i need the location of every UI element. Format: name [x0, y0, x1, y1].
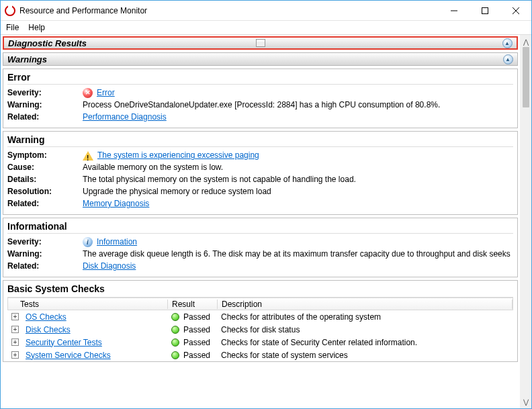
- close-button[interactable]: [500, 1, 531, 21]
- test-result: Passed: [183, 325, 210, 334]
- value-warning: The average disk queue length is 6. The …: [83, 248, 513, 260]
- panel-checks-title: Basic System Checks: [7, 283, 513, 294]
- report-body: Diagnostic Results ▲ Warnings ▲ Error Se…: [1, 35, 520, 408]
- section-warnings-label: Warnings: [7, 54, 47, 64]
- label-warning: Warning:: [7, 248, 83, 260]
- label-warning: Warning:: [7, 99, 83, 111]
- section-warnings[interactable]: Warnings ▲: [3, 52, 518, 66]
- test-desc: Checks for attributes of the operating s…: [217, 312, 513, 322]
- pass-icon: [171, 313, 179, 321]
- table-row[interactable]: +System Service Checks Passed Checks for…: [7, 349, 513, 361]
- col-result[interactable]: Result: [168, 300, 218, 309]
- label-details: Details:: [7, 174, 83, 185]
- menubar: File Help: [1, 21, 531, 34]
- table-row[interactable]: +Security Center Tests Passed Checks for…: [7, 336, 513, 349]
- test-desc: Checks for state of system services: [217, 351, 513, 360]
- error-icon: [83, 88, 93, 98]
- test-name[interactable]: Disk Checks: [26, 325, 71, 334]
- related-link[interactable]: Memory Diagnosis: [83, 198, 149, 210]
- label-related: Related:: [7, 198, 83, 210]
- panel-error-title: Error: [7, 72, 513, 83]
- expand-icon[interactable]: +: [11, 351, 19, 359]
- scroll-up-icon[interactable]: ⋀: [520, 36, 531, 47]
- panel-error: Error Severity: Error Warning: Process O…: [3, 69, 518, 128]
- table-row[interactable]: +OS Checks Passed Checks for attributes …: [7, 310, 513, 323]
- checks-table: Tests Result Description +OS Checks Pass…: [7, 297, 513, 361]
- scroll-down-icon[interactable]: ⋁: [520, 396, 531, 407]
- col-tests[interactable]: Tests: [8, 300, 168, 309]
- warning-icon: [83, 151, 93, 161]
- scroll-track[interactable]: [523, 47, 529, 396]
- panel-warning-title: Warning: [7, 134, 513, 145]
- label-related: Related:: [7, 111, 83, 123]
- expand-icon[interactable]: +: [11, 338, 19, 346]
- severity-link[interactable]: Information: [97, 236, 137, 248]
- pass-icon: [171, 338, 179, 347]
- label-severity: Severity:: [7, 87, 83, 99]
- calendar-icon: [256, 39, 265, 47]
- maximize-button[interactable]: [470, 1, 500, 21]
- minimize-icon: [451, 7, 457, 14]
- expand-icon[interactable]: +: [11, 313, 19, 320]
- table-header: Tests Result Description: [7, 298, 513, 310]
- value-cause: Available memory on the system is low.: [83, 162, 513, 173]
- test-name[interactable]: OS Checks: [26, 312, 66, 322]
- expand-icon[interactable]: +: [11, 326, 19, 333]
- section-diagnostic-label: Diagnostic Results: [8, 38, 87, 48]
- value-resolution: Upgrade the physical memory or reduce sy…: [83, 186, 513, 197]
- label-related: Related:: [7, 261, 83, 272]
- section-diagnostic-results[interactable]: Diagnostic Results ▲: [3, 36, 518, 50]
- value-warning: Process OneDriveStandaloneUpdater.exe [P…: [83, 99, 513, 111]
- symptom-link[interactable]: The system is experiencing excessive pag…: [97, 150, 259, 161]
- test-result: Passed: [183, 351, 210, 360]
- test-name[interactable]: Security Center Tests: [26, 338, 102, 347]
- related-link[interactable]: Performance Diagnosis: [83, 111, 167, 123]
- panel-basic-system-checks: Basic System Checks Tests Result Descrip…: [3, 280, 518, 362]
- menu-help[interactable]: Help: [28, 23, 45, 32]
- related-link[interactable]: Disk Diagnosis: [83, 261, 136, 272]
- value-details: The total physical memory on the system …: [83, 174, 513, 185]
- minimize-button[interactable]: [439, 1, 470, 21]
- test-desc: Checks for disk status: [217, 325, 513, 334]
- test-name[interactable]: System Service Checks: [26, 351, 111, 360]
- label-resolution: Resolution:: [7, 186, 83, 197]
- pass-icon: [171, 351, 179, 359]
- vertical-scrollbar[interactable]: ⋀ ⋁: [520, 35, 531, 408]
- test-result: Passed: [183, 312, 210, 322]
- maximize-icon: [482, 7, 488, 14]
- pass-icon: [171, 326, 179, 334]
- panel-warning: Warning Symptom: The system is experienc…: [3, 131, 518, 215]
- label-severity: Severity:: [7, 236, 83, 248]
- window-title: Resource and Performance Monitor: [19, 6, 147, 15]
- titlebar: Resource and Performance Monitor: [1, 1, 531, 21]
- svg-rect-1: [482, 7, 488, 13]
- panel-info-title: Informational: [7, 221, 513, 232]
- info-icon: [83, 237, 93, 247]
- collapse-icon[interactable]: ▲: [502, 38, 513, 48]
- test-desc: Checks for state of Security Center rela…: [217, 338, 513, 347]
- app-icon: [5, 5, 15, 16]
- label-cause: Cause:: [7, 162, 83, 173]
- col-description[interactable]: Description: [218, 300, 513, 309]
- collapse-icon[interactable]: ▲: [503, 54, 513, 64]
- table-row[interactable]: +Disk Checks Passed Checks for disk stat…: [7, 323, 513, 336]
- test-result: Passed: [183, 338, 210, 347]
- close-icon: [513, 7, 519, 14]
- content-area: Diagnostic Results ▲ Warnings ▲ Error Se…: [1, 34, 531, 408]
- scroll-thumb[interactable]: [523, 47, 529, 107]
- label-symptom: Symptom:: [7, 150, 83, 161]
- menu-file[interactable]: File: [6, 23, 19, 32]
- panel-informational: Informational Severity: Information Warn…: [3, 218, 518, 277]
- severity-link[interactable]: Error: [97, 87, 115, 99]
